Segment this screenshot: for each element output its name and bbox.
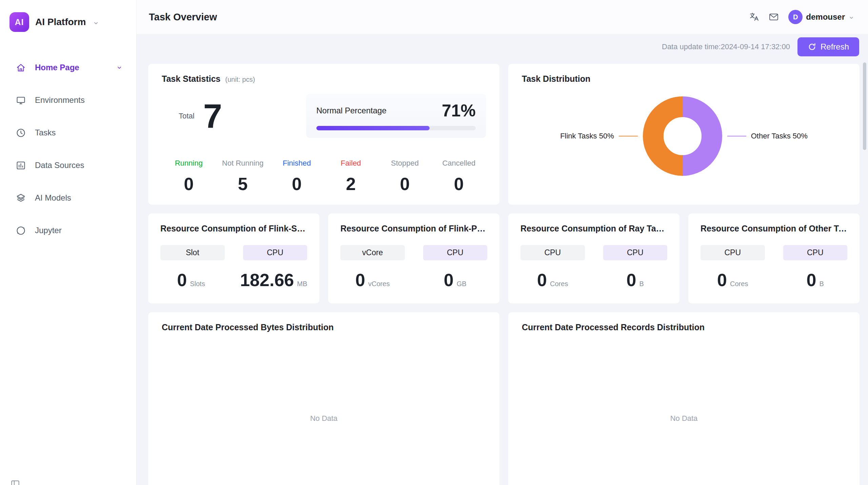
status-value: 0 (162, 174, 216, 194)
chevron-down-icon (93, 20, 99, 26)
processed-bytes-card: Current Date Processed Bytes Distributio… (148, 312, 499, 485)
metric-unit: Slots (190, 280, 205, 288)
metric-value: 0 vCores (340, 270, 405, 290)
processed-records-title: Current Date Processed Records Distribut… (522, 322, 705, 332)
sidebar-item-label: Environments (35, 95, 85, 105)
task-statistics-title: Task Statistics (162, 74, 220, 84)
sidebar-item-tasks[interactable]: Tasks (0, 122, 136, 144)
processed-records-card: Current Date Processed Records Distribut… (508, 312, 860, 485)
refresh-button-label: Refresh (821, 42, 849, 52)
sidebar-item-home-page[interactable]: Home Page (0, 57, 136, 78)
user-menu[interactable]: D demouser (788, 10, 854, 24)
metric-tag: CPU (783, 245, 848, 260)
metric-number: 0 (355, 270, 365, 290)
translate-icon[interactable] (749, 12, 759, 22)
status-value: 0 (270, 174, 324, 194)
status-label: Not Running (216, 159, 270, 168)
status-label: Failed (324, 159, 378, 168)
sidebar-item-label: Jupyter (35, 226, 62, 235)
monitor-icon (16, 95, 26, 106)
metric-number: 182.66 (240, 270, 294, 290)
metric-unit: B (820, 280, 824, 288)
processed-bytes-title: Current Date Processed Bytes Distributio… (162, 322, 334, 332)
layers-icon (16, 193, 26, 203)
resource-card-ray: Resource Consumption of Ray Tasks CPU CP… (508, 213, 679, 303)
metric-number: 0 (807, 270, 816, 290)
status-label: Running (162, 159, 216, 168)
metric-tag: CPU (603, 245, 668, 260)
resource-card-title: Resource Consumption of Flink-Stan... (160, 224, 307, 234)
metric-number: 0 (717, 270, 727, 290)
topbar-actions: D demouser (749, 10, 854, 24)
no-data-text: No Data (148, 414, 499, 423)
metric-value: 0 GB (423, 270, 488, 290)
resource-card-flink-perjob: Resource Consumption of Flink-Per-j... v… (328, 213, 499, 303)
sidebar-collapse-icon[interactable] (10, 479, 20, 485)
refresh-button[interactable]: Refresh (797, 37, 859, 56)
topbar: Task Overview D demouser (137, 0, 868, 34)
planet-icon (16, 225, 26, 236)
task-distribution-card: Task Distribution Flink Tasks 50% Other … (508, 64, 860, 205)
metric-value: 0 B (603, 270, 668, 290)
normal-percentage-label: Normal Percentage (316, 106, 387, 115)
resource-card-title: Resource Consumption of Flink-Per-j... (340, 224, 487, 234)
sidebar-item-jupyter[interactable]: Jupyter (0, 220, 136, 241)
metric-unit: vCores (368, 280, 390, 288)
status-label: Cancelled (432, 159, 486, 168)
resource-card-other: Resource Consumption of Other Tasks CPU … (688, 213, 860, 303)
app-logo-text: AI (15, 17, 24, 27)
sidebar-item-ai-models[interactable]: AI Models (0, 187, 136, 209)
task-distribution-title: Task Distribution (522, 74, 590, 84)
toolbar: Data update time:2024-09-14 17:32:00 Ref… (137, 34, 868, 56)
metric-tag: CPU (423, 245, 488, 260)
task-distribution-chart[interactable]: Flink Tasks 50% Other Tasks 50% (522, 96, 846, 176)
status-label: Finished (270, 159, 324, 168)
sidebar-item-data-sources[interactable]: Data Sources (0, 154, 136, 176)
total-tasks: Total 7 (162, 99, 222, 133)
vertical-scrollbar[interactable] (863, 62, 866, 150)
mail-icon[interactable] (769, 12, 779, 22)
status-grid: Running 0 Not Running 5 Finished 0 Faile… (162, 159, 486, 194)
refresh-icon (808, 42, 816, 51)
metric-tag: CPU (520, 245, 585, 260)
normal-percentage-panel: Normal Percentage 71% (306, 94, 486, 138)
chevron-down-icon (848, 15, 854, 21)
clock-icon (16, 128, 26, 138)
donut-label-right: Other Tasks 50% (751, 132, 808, 141)
data-update-time: Data update time:2024-09-14 17:32:00 (662, 42, 790, 51)
metric-unit: Cores (730, 280, 748, 288)
dashboard-content: Task Statistics (unit: pcs) Total 7 Norm… (137, 56, 868, 485)
sidebar-item-label: Tasks (35, 128, 56, 137)
leader-line-left (619, 136, 638, 136)
status-running: Running 0 (162, 159, 216, 194)
progressbar-fill (316, 126, 430, 130)
metric-value: 0 Cores (701, 270, 765, 290)
metric-number: 0 (627, 270, 636, 290)
no-data-text: No Data (508, 414, 860, 423)
sidebar-item-environments[interactable]: Environments (0, 89, 136, 111)
resource-card-title: Resource Consumption of Other Tasks (701, 224, 847, 234)
home-icon (16, 62, 26, 73)
donut-label-left: Flink Tasks 50% (560, 132, 614, 141)
normal-percentage-value: 71% (442, 101, 476, 120)
status-not-running: Not Running 5 (216, 159, 270, 194)
app-logo-icon: AI (9, 12, 29, 32)
status-stopped: Stopped 0 (378, 159, 432, 194)
sidebar: AI AI Platform Home Page Environments (0, 0, 137, 485)
app-logo[interactable]: AI AI Platform (0, 8, 136, 36)
leader-line-right (727, 136, 746, 136)
status-failed: Failed 2 (324, 159, 378, 194)
metric-value: 182.66 MB (240, 270, 307, 290)
task-statistics-unit: (unit: pcs) (225, 76, 255, 83)
metric-tag: CPU (243, 245, 308, 260)
resource-card-flink-standalone: Resource Consumption of Flink-Stan... Sl… (148, 213, 319, 303)
metric-number: 0 (177, 270, 187, 290)
metric-unit: MB (297, 280, 307, 288)
donut-chart[interactable] (643, 96, 723, 176)
metric-number: 0 (537, 270, 547, 290)
metric-value: 0 Cores (520, 270, 585, 290)
status-value: 5 (216, 174, 270, 194)
status-label: Stopped (378, 159, 432, 168)
avatar: D (788, 10, 803, 24)
bar-chart-box-icon (16, 160, 26, 171)
